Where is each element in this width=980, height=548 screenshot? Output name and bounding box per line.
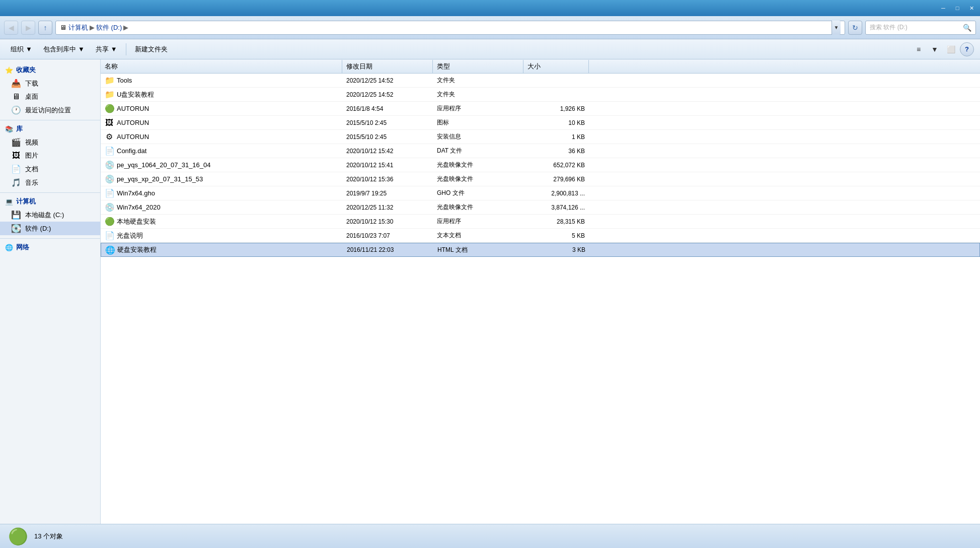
breadcrumb-drive[interactable]: 软件 (D:) bbox=[96, 23, 122, 32]
file-cell-type: 光盘映像文件 bbox=[433, 161, 523, 169]
view-dropdown-button[interactable]: ▼ bbox=[928, 42, 942, 56]
desktop-label: 桌面 bbox=[25, 92, 38, 101]
table-row[interactable]: 💿 pe_yqs_1064_20_07_31_16_04 2020/10/12 … bbox=[101, 158, 980, 172]
help-button[interactable]: ? bbox=[960, 42, 974, 56]
breadcrumb-dropdown[interactable]: ▼ bbox=[832, 21, 841, 35]
file-cell-type: 光盘映像文件 bbox=[433, 203, 523, 212]
sidebar-favorites-header[interactable]: ⭐ 收藏夹 bbox=[0, 63, 100, 77]
refresh-button[interactable]: ↻ bbox=[848, 21, 862, 35]
file-cell-name: 💿 pe_yqs_1064_20_07_31_16_04 bbox=[101, 160, 342, 170]
up-icon: ↑ bbox=[44, 24, 47, 32]
file-name: AUTORUN bbox=[117, 119, 149, 126]
sidebar-section-computer: 💻 计算机 💾 本地磁盘 (C:) 💽 软件 (D:) bbox=[0, 195, 100, 235]
network-icon: 🌐 bbox=[5, 244, 13, 251]
view-toggle-button[interactable]: ≡ bbox=[912, 42, 926, 56]
downloads-label: 下载 bbox=[25, 79, 38, 88]
maximize-button[interactable]: □ bbox=[951, 3, 964, 13]
table-row[interactable]: 🖼 AUTORUN 2015/5/10 2:45 图标 10 KB bbox=[101, 116, 980, 130]
file-icon: 🟢 bbox=[105, 217, 114, 226]
file-cell-size: 1,926 KB bbox=[523, 105, 589, 112]
file-cell-date: 2020/10/12 15:36 bbox=[342, 176, 433, 183]
sidebar-item-documents[interactable]: 📄 文档 bbox=[0, 162, 100, 176]
help-icon: ? bbox=[965, 45, 969, 53]
breadcrumb-sep-1: ▶ bbox=[90, 24, 95, 31]
forward-button[interactable]: ▶ bbox=[21, 21, 35, 35]
file-cell-name: 📄 光盘说明 bbox=[101, 231, 342, 240]
file-icon: 📄 bbox=[105, 188, 114, 198]
table-row[interactable]: 💿 Win7x64_2020 2020/12/25 11:32 光盘映像文件 3… bbox=[101, 200, 980, 215]
search-bar[interactable]: 搜索 软件 (D:) 🔍 bbox=[865, 21, 976, 35]
downloads-icon: 📥 bbox=[11, 79, 21, 88]
table-row[interactable]: 📁 U盘安装教程 2020/12/25 14:52 文件夹 bbox=[101, 88, 980, 102]
sidebar-item-drive-c[interactable]: 💾 本地磁盘 (C:) bbox=[0, 208, 100, 222]
sidebar-item-drive-d[interactable]: 💽 软件 (D:) bbox=[0, 222, 100, 235]
preview-icon: ⬜ bbox=[947, 45, 955, 53]
sidebar-item-recent[interactable]: 🕐 最近访问的位置 bbox=[0, 103, 100, 117]
pictures-label: 图片 bbox=[25, 151, 38, 160]
sidebar-network-header[interactable]: 🌐 网络 bbox=[0, 241, 100, 254]
organize-button[interactable]: 组织 ▼ bbox=[6, 42, 37, 56]
minimize-button[interactable]: ─ bbox=[937, 3, 950, 13]
network-label: 网络 bbox=[16, 243, 29, 252]
file-cell-date: 2020/10/12 15:42 bbox=[342, 148, 433, 155]
table-row[interactable]: ⚙ AUTORUN 2015/5/10 2:45 安装信息 1 KB bbox=[101, 130, 980, 144]
file-cell-date: 2019/9/7 19:25 bbox=[342, 190, 433, 197]
add-to-library-arrow-icon: ▼ bbox=[78, 45, 85, 53]
file-cell-type: DAT 文件 bbox=[433, 147, 523, 155]
favorites-label: 收藏夹 bbox=[16, 65, 36, 75]
add-to-library-button[interactable]: 包含到库中 ▼ bbox=[39, 42, 89, 56]
back-icon: ◀ bbox=[9, 24, 14, 32]
file-cell-date: 2020/10/12 15:30 bbox=[342, 218, 433, 225]
documents-label: 文档 bbox=[25, 165, 38, 174]
drive-d-label: 软件 (D:) bbox=[25, 224, 51, 233]
drive-d-icon: 💽 bbox=[11, 224, 21, 233]
videos-icon: 🎬 bbox=[11, 138, 21, 147]
sidebar-computer-header[interactable]: 💻 计算机 bbox=[0, 195, 100, 208]
table-row[interactable]: 📄 Config.dat 2020/10/12 15:42 DAT 文件 36 … bbox=[101, 144, 980, 158]
new-folder-button[interactable]: 新建文件夹 bbox=[130, 42, 172, 56]
sidebar-item-music[interactable]: 🎵 音乐 bbox=[0, 176, 100, 189]
back-button[interactable]: ◀ bbox=[4, 21, 18, 35]
sidebar-item-videos[interactable]: 🎬 视频 bbox=[0, 135, 100, 149]
table-row[interactable]: 📁 Tools 2020/12/25 14:52 文件夹 bbox=[101, 74, 980, 88]
sidebar-section-network: 🌐 网络 bbox=[0, 241, 100, 254]
table-row[interactable]: 🟢 本地硬盘安装 2020/10/12 15:30 应用程序 28,315 KB bbox=[101, 215, 980, 229]
column-header-type[interactable]: 类型 bbox=[433, 60, 523, 73]
table-row[interactable]: 📄 Win7x64.gho 2019/9/7 19:25 GHO 文件 2,90… bbox=[101, 186, 980, 200]
drive-c-icon: 💾 bbox=[11, 210, 21, 220]
sidebar-section-library: 📚 库 🎬 视频 🖼 图片 📄 文档 🎵 音乐 bbox=[0, 122, 100, 189]
preview-pane-button[interactable]: ⬜ bbox=[944, 42, 958, 56]
table-row[interactable]: 🟢 AUTORUN 2016/1/8 4:54 应用程序 1,926 KB bbox=[101, 102, 980, 116]
file-pane: 名称 修改日期 类型 大小 📁 Tools 2020/12/25 14:52 文… bbox=[101, 59, 980, 524]
view-dropdown-icon: ▼ bbox=[931, 45, 938, 53]
sidebar-item-downloads[interactable]: 📥 下载 bbox=[0, 77, 100, 90]
table-row[interactable]: 🌐 硬盘安装教程 2016/11/21 22:03 HTML 文档 3 KB bbox=[101, 243, 980, 257]
column-type-label: 类型 bbox=[437, 62, 450, 71]
close-button[interactable]: ✕ bbox=[965, 3, 978, 13]
favorites-icon: ⭐ bbox=[5, 66, 13, 74]
file-cell-name: 📄 Config.dat bbox=[101, 146, 342, 156]
column-header-size[interactable]: 大小 bbox=[523, 60, 589, 73]
share-arrow-icon: ▼ bbox=[111, 45, 117, 53]
file-cell-name: ⚙ AUTORUN bbox=[101, 132, 342, 142]
recent-icon: 🕐 bbox=[11, 105, 21, 115]
file-name: Tools bbox=[117, 77, 132, 84]
breadcrumb-computer[interactable]: 计算机 bbox=[68, 23, 88, 32]
file-icon: 🟢 bbox=[105, 104, 114, 113]
file-cell-size: 3 KB bbox=[524, 246, 589, 253]
search-icon[interactable]: 🔍 bbox=[963, 24, 971, 32]
share-button[interactable]: 共享 ▼ bbox=[91, 42, 122, 56]
column-header-date[interactable]: 修改日期 bbox=[342, 60, 433, 73]
sidebar-library-header[interactable]: 📚 库 bbox=[0, 122, 100, 135]
sidebar-item-pictures[interactable]: 🖼 图片 bbox=[0, 149, 100, 162]
table-row[interactable]: 📄 光盘说明 2016/10/23 7:07 文本文档 5 KB bbox=[101, 229, 980, 243]
file-cell-type: 文件夹 bbox=[433, 90, 523, 99]
table-row[interactable]: 💿 pe_yqs_xp_20_07_31_15_53 2020/10/12 15… bbox=[101, 172, 980, 186]
file-cell-date: 2020/10/12 15:41 bbox=[342, 162, 433, 169]
column-header-name[interactable]: 名称 bbox=[101, 60, 342, 73]
share-label: 共享 bbox=[96, 45, 109, 54]
new-folder-label: 新建文件夹 bbox=[135, 45, 168, 54]
sidebar-item-desktop[interactable]: 🖥 桌面 bbox=[0, 90, 100, 103]
videos-label: 视频 bbox=[25, 138, 38, 147]
up-button[interactable]: ↑ bbox=[38, 21, 52, 35]
